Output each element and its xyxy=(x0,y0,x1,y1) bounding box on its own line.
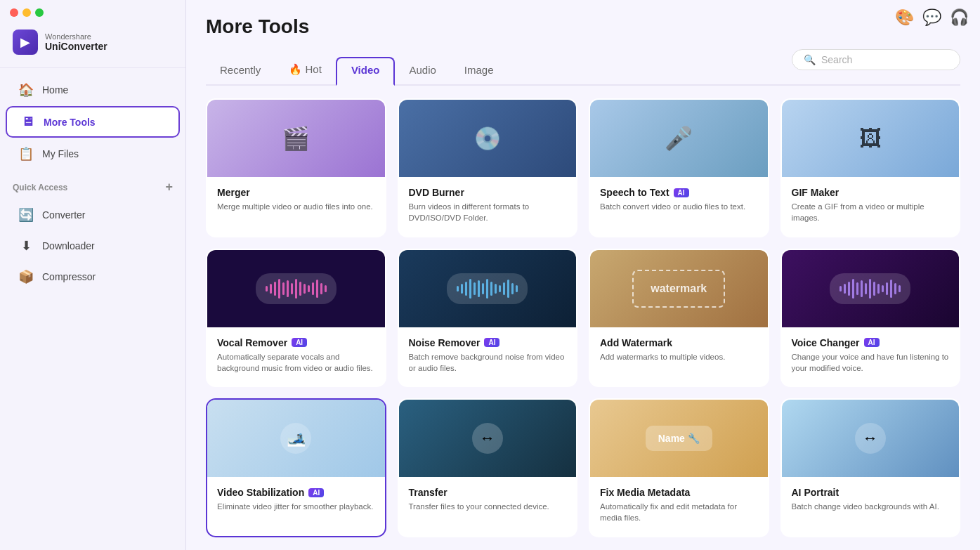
sidebar-item-label: My Files xyxy=(42,148,79,159)
tool-info: Add Watermark Add watermarks to multiple… xyxy=(590,327,768,368)
tool-desc: Batch convert video or audio files to te… xyxy=(600,201,758,212)
avatar-icon[interactable]: 🎨 xyxy=(895,8,914,27)
tools-grid: 🎬 Merger Merge multiple video or audio f… xyxy=(186,86,980,550)
quick-access-label: Quick Access xyxy=(13,183,67,192)
tool-info: DVD Burner Burn videos in different form… xyxy=(399,177,577,229)
tool-info: Voice ChangerAI Change your voice and ha… xyxy=(782,327,960,379)
sidebar-item-label: Home xyxy=(42,84,68,96)
tool-card-fix-media-metadata[interactable]: Name 🔧 Fix Media Metadata Automatically … xyxy=(589,398,769,537)
headset-icon[interactable]: 🎧 xyxy=(950,8,969,27)
app-header: ▶ Wondershare UniConverter xyxy=(0,17,185,68)
tool-card-voice-changer[interactable]: Voice ChangerAI Change your voice and ha… xyxy=(780,249,961,388)
sidebar-item-label: Converter xyxy=(42,209,85,221)
quick-access-add-button[interactable]: + xyxy=(165,180,173,195)
tool-name: Speech to TextAI xyxy=(600,187,758,198)
tool-name: Noise RemoverAI xyxy=(409,337,567,348)
tool-desc: Automatically fix and edit metadata for … xyxy=(600,501,758,523)
tool-desc: Batch remove background noise from video… xyxy=(409,351,567,374)
sidebar-item-more-tools[interactable]: 🖥 More Tools xyxy=(6,106,180,138)
search-icon: 🔍 xyxy=(804,54,816,65)
tool-name: GIF Maker xyxy=(792,187,950,198)
tool-card-gif-maker[interactable]: 🖼 GIF Maker Create a GIF from a video or… xyxy=(780,98,961,237)
tool-name: Fix Media Metadata xyxy=(600,487,758,498)
sidebar-item-downloader[interactable]: ⬇ Downloader xyxy=(6,231,180,261)
tool-name: Vocal RemoverAI xyxy=(217,337,375,348)
tool-info: Fix Media Metadata Automatically fix and… xyxy=(590,477,768,529)
tool-card-transfer[interactable]: ↔ Transfer Transfer files to your connec… xyxy=(398,398,578,537)
main-content: 🎨 💬 🎧 More Tools Recently🔥 HotVideoAudio… xyxy=(186,0,980,550)
tool-thumbnail xyxy=(782,250,960,327)
ai-badge: AI xyxy=(674,188,689,197)
tool-thumbnail xyxy=(399,250,577,327)
tool-info: Transfer Transfer files to your connecte… xyxy=(399,477,577,518)
tool-card-speech-to-text[interactable]: 🎤 Speech to TextAI Batch convert video o… xyxy=(589,98,769,237)
sidebar-item-compressor[interactable]: 📦 Compressor xyxy=(6,262,180,292)
sidebar-item-label: Compressor xyxy=(42,271,96,282)
sidebar-nav: 🏠 Home🖥 More Tools📋 My Files xyxy=(0,74,185,170)
tool-desc: Automatically separate vocals and backgr… xyxy=(217,351,375,374)
search-bar[interactable]: 🔍 Search xyxy=(792,49,960,70)
close-button[interactable] xyxy=(10,8,18,17)
ai-badge: AI xyxy=(292,338,307,347)
tool-card-merger[interactable]: 🎬 Merger Merge multiple video or audio f… xyxy=(206,98,386,237)
tool-name: Voice ChangerAI xyxy=(792,337,950,348)
tool-card-ai-portrait[interactable]: ↔ AI Portrait Batch change video backgro… xyxy=(780,398,961,537)
tool-info: Merger Merge multiple video or audio fil… xyxy=(207,177,385,218)
tool-desc: Burn videos in different formats to DVD/… xyxy=(409,201,567,223)
sidebar-item-label: More Tools xyxy=(44,117,96,128)
chat-icon[interactable]: 💬 xyxy=(922,8,941,27)
tool-thumbnail: 🎤 xyxy=(590,100,768,177)
more-tools-icon: 🖥 xyxy=(20,114,35,129)
ai-badge: AI xyxy=(308,488,324,497)
converter-icon: 🔄 xyxy=(18,207,34,223)
sidebar-item-my-files[interactable]: 📋 My Files xyxy=(6,139,180,169)
tool-thumbnail: 🎬 xyxy=(207,100,385,177)
sidebar-item-label: Downloader xyxy=(42,240,95,251)
sidebar: ▶ Wondershare UniConverter 🏠 Home🖥 More … xyxy=(0,0,186,550)
tabs-area: Recently🔥 HotVideoAudioImage xyxy=(206,57,792,84)
ai-badge: AI xyxy=(864,338,880,347)
tool-info: Vocal RemoverAI Automatically separate v… xyxy=(207,327,385,379)
search-area: 🔍 Search xyxy=(792,49,960,84)
tool-name: AI Portrait xyxy=(792,487,950,498)
sidebar-item-converter[interactable]: 🔄 Converter xyxy=(6,200,180,230)
tool-desc: Transfer files to your connected device. xyxy=(409,501,567,512)
traffic-lights xyxy=(0,0,185,17)
tool-thumbnail: Name 🔧 xyxy=(590,400,768,477)
tool-desc: Eliminate video jitter for smoother play… xyxy=(217,501,375,512)
tab-audio[interactable]: Audio xyxy=(395,58,450,84)
sidebar-item-home[interactable]: 🏠 Home xyxy=(6,75,180,105)
tool-desc: Add watermarks to multiple videos. xyxy=(600,351,758,362)
tool-desc: Change your voice and have fun listening… xyxy=(792,351,950,374)
tabs-search-row: Recently🔥 HotVideoAudioImage 🔍 Search xyxy=(206,49,960,86)
tool-thumbnail: ↔ xyxy=(399,400,577,477)
tool-info: AI Portrait Batch change video backgroun… xyxy=(782,477,960,518)
tool-name: Merger xyxy=(217,187,375,198)
tool-thumbnail: 🖼 xyxy=(782,100,960,177)
page-title: More Tools xyxy=(206,15,960,38)
tool-thumbnail: 🎿 xyxy=(207,400,385,477)
app-icon: ▶ xyxy=(13,30,38,55)
tool-name: Video StabilizationAI xyxy=(217,487,375,498)
tool-card-add-watermark[interactable]: watermark Add Watermark Add watermarks t… xyxy=(589,249,769,388)
tool-card-video-stabilization[interactable]: 🎿 Video StabilizationAI Eliminate video … xyxy=(206,398,386,537)
tab-image[interactable]: Image xyxy=(450,58,508,84)
search-placeholder: Search xyxy=(821,54,852,65)
app-name: UniConverter xyxy=(45,41,107,53)
tab-recently[interactable]: Recently xyxy=(206,58,275,84)
tool-card-dvd-burner[interactable]: 💿 DVD Burner Burn videos in different fo… xyxy=(398,98,578,237)
tool-thumbnail: 💿 xyxy=(399,100,577,177)
tool-card-vocal-remover[interactable]: Vocal RemoverAI Automatically separate v… xyxy=(206,249,386,388)
tab-video[interactable]: Video xyxy=(336,57,396,86)
tool-info: GIF Maker Create a GIF from a video or m… xyxy=(782,177,960,229)
minimize-button[interactable] xyxy=(22,8,31,17)
tool-name: DVD Burner xyxy=(409,187,567,198)
maximize-button[interactable] xyxy=(35,8,44,17)
tool-thumbnail xyxy=(207,250,385,327)
tool-card-noise-remover[interactable]: Noise RemoverAI Batch remove background … xyxy=(398,249,578,388)
ai-badge: AI xyxy=(484,338,499,347)
tool-thumbnail: watermark xyxy=(590,250,768,327)
tool-info: Noise RemoverAI Batch remove background … xyxy=(399,327,577,379)
topbar-right: 🎨 💬 🎧 xyxy=(895,8,969,27)
tab-hot[interactable]: 🔥 Hot xyxy=(275,58,336,84)
